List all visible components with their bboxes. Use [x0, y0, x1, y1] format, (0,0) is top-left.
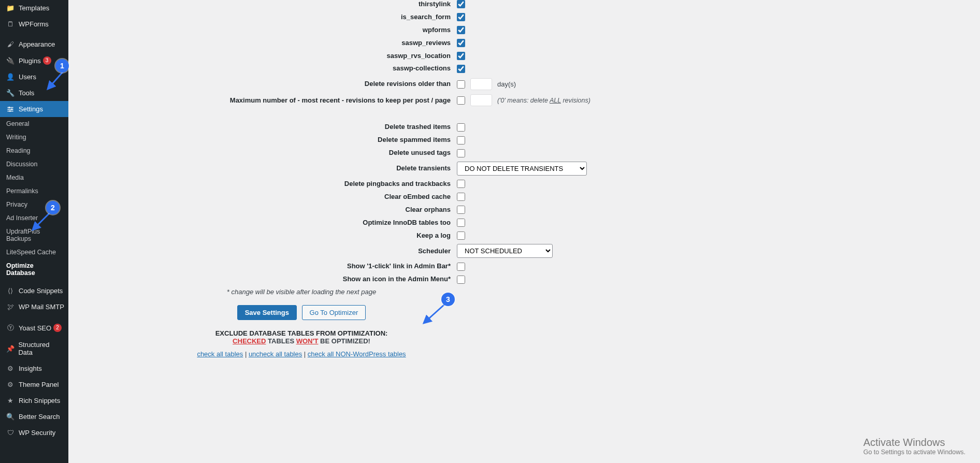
sidebar-item-insights[interactable]: ⚙ Insights: [0, 360, 68, 377]
sidebar-item-label: Structured Data: [18, 341, 64, 356]
scheduler-select[interactable]: NOT SCHEDULED: [457, 244, 553, 258]
delete-trashed-checkbox[interactable]: [457, 123, 465, 132]
posttype-checkbox-saswp-reviews[interactable]: [457, 39, 465, 47]
yoast-icon: Ⓨ: [5, 323, 16, 332]
posttype-checkbox-is-search-form[interactable]: [457, 13, 465, 21]
show-1click-checkbox[interactable]: [457, 263, 465, 271]
sidebar-item-label: WP Security: [19, 429, 55, 437]
svg-line-6: [48, 71, 63, 89]
sidebar-item-label: WPForms: [19, 20, 49, 28]
plug-icon: 🔌: [5, 57, 16, 65]
svg-point-4: [11, 108, 12, 110]
scheduler-label: Scheduler: [79, 247, 457, 256]
svg-rect-0: [7, 107, 13, 107]
sidebar-sub-reading[interactable]: Reading: [0, 144, 68, 157]
sidebar-sub-writing[interactable]: Writing: [0, 131, 68, 144]
sliders-icon: [5, 106, 16, 113]
sidebar-item-code-snippets[interactable]: ⟨⟩ Code Snippets: [0, 283, 68, 299]
change-note: * change will be visible after loading t…: [79, 288, 524, 296]
clear-oembed-label: Clear oEmbed cache: [79, 193, 457, 201]
sidebar-sub-litespeed[interactable]: LiteSpeed Cache: [0, 245, 68, 259]
clear-orphans-checkbox[interactable]: [457, 206, 465, 214]
windows-activation-watermark: Activate Windows Go to Settings to activ…: [863, 437, 965, 456]
max-revisions-label: Maximum number of - most recent - revisi…: [79, 96, 457, 105]
delete-transients-select[interactable]: DO NOT DELETE TRANSIENTS: [457, 162, 587, 176]
pin-icon: 📌: [5, 345, 15, 353]
yoast-badge: 2: [53, 324, 62, 332]
sidebar-item-templates[interactable]: 📁 Templates: [0, 0, 68, 16]
posttype-checkbox-thirstylink[interactable]: [457, 0, 465, 8]
delete-spammed-checkbox[interactable]: [457, 136, 465, 144]
days-unit-label: day(s): [497, 80, 516, 88]
delete-trashed-label: Delete trashed items: [79, 123, 457, 132]
sidebar-sub-general[interactable]: General: [0, 117, 68, 131]
watermark-title: Activate Windows: [863, 437, 965, 448]
sidebar-item-theme-panel[interactable]: ⚙ Theme Panel: [0, 377, 68, 393]
posttype-checkbox-saswp-rvs-location[interactable]: [457, 52, 465, 60]
plugins-badge: 3: [43, 56, 51, 65]
sidebar-item-wpforms[interactable]: 🗒 WPForms: [0, 16, 68, 32]
annotation-2: 2: [46, 201, 60, 214]
sidebar-item-label: Code Snippets: [19, 287, 63, 295]
delete-revisions-days-input[interactable]: [470, 78, 492, 90]
shield-icon: 🛡: [5, 429, 16, 437]
sidebar-item-label: Settings: [19, 105, 43, 113]
show-icon-label: Show an icon in the Admin Menu*: [79, 275, 457, 284]
sidebar-sub-optimize[interactable]: Optimize Database: [0, 259, 68, 280]
delete-unused-tags-checkbox[interactable]: [457, 149, 465, 157]
sidebar-item-settings[interactable]: Settings: [0, 101, 68, 117]
delete-spammed-label: Delete spammed items: [79, 136, 457, 144]
check-all-tables-link[interactable]: check all tables: [197, 350, 243, 358]
goto-optimizer-button[interactable]: Go To Optimizer: [302, 305, 366, 320]
sidebar-item-label: Theme Panel: [19, 381, 59, 388]
annotation-arrow-3: [421, 301, 448, 327]
exclude-heading: EXCLUDE DATABASE TABLES FROM OPTIMIZATIO…: [79, 329, 524, 337]
sidebar-sub-discussion[interactable]: Discussion: [0, 157, 68, 171]
posttype-label-thirstylink: thirstylink: [79, 0, 457, 9]
posttype-checkbox-saswp-collections[interactable]: [457, 65, 465, 73]
max-revisions-checkbox[interactable]: [457, 96, 465, 105]
sidebar-item-wp-security[interactable]: 🛡 WP Security: [0, 425, 68, 441]
posttype-label-is-search-form: is_search_form: [79, 13, 457, 22]
search-icon: 🔍: [5, 413, 16, 421]
delete-transients-label: Delete transients: [79, 164, 457, 173]
annotation-1: 1: [55, 59, 69, 73]
gear-icon: ⚙: [5, 365, 16, 372]
optimize-innodb-label: Optimize InnoDB tables too: [79, 219, 457, 227]
clear-orphans-label: Clear orphans: [79, 206, 457, 214]
max-revisions-input[interactable]: [470, 94, 492, 106]
check-nonwp-tables-link[interactable]: check all NON-WordPress tables: [308, 350, 406, 358]
sidebar-item-appearance[interactable]: 🖌 Appearance: [0, 36, 68, 52]
sidebar-item-label: Users: [19, 73, 36, 81]
posttype-label-saswp-collections: saswp-collections: [79, 64, 457, 73]
sidebar-item-rich-snippets[interactable]: ★ Rich Snippets: [0, 393, 68, 409]
sidebar-item-better-search[interactable]: 🔍 Better Search: [0, 409, 68, 425]
svg-line-7: [33, 212, 50, 230]
form-icon: 🗒: [5, 20, 16, 28]
clear-oembed-checkbox[interactable]: [457, 193, 465, 201]
keep-log-checkbox[interactable]: [457, 232, 465, 240]
sidebar-item-label: Yoast SEO: [19, 324, 51, 332]
sidebar-item-label: Appearance: [19, 40, 55, 48]
exclude-subheading: CHECKED TABLES WON'T BE OPTIMIZED!: [79, 337, 524, 345]
save-settings-button[interactable]: Save Settings: [237, 305, 297, 320]
gear-icon: ⚙: [5, 381, 16, 388]
sidebar-item-label: Plugins: [19, 57, 41, 65]
user-icon: 👤: [5, 73, 16, 81]
delete-pingbacks-checkbox[interactable]: [457, 180, 465, 188]
sidebar-item-structured[interactable]: 📌 Structured Data: [0, 337, 68, 360]
posttype-checkbox-wpforms[interactable]: [457, 26, 465, 34]
show-icon-checkbox[interactable]: [457, 276, 465, 284]
delete-revisions-checkbox[interactable]: [457, 80, 465, 89]
sidebar-sub-permalinks[interactable]: Permalinks: [0, 184, 68, 198]
brush-icon: 🖌: [5, 40, 16, 48]
uncheck-all-tables-link[interactable]: uncheck all tables: [249, 350, 302, 358]
sidebar-item-wp-mail[interactable]: 🕊 WP Mail SMTP: [0, 299, 68, 315]
optimize-innodb-checkbox[interactable]: [457, 219, 465, 227]
posttype-label-saswp-rvs-location: saswp_rvs_location: [79, 52, 457, 61]
posttype-label-saswp-reviews: saswp_reviews: [79, 39, 457, 48]
sidebar-item-yoast[interactable]: Ⓨ Yoast SEO 2: [0, 319, 68, 337]
wrench-icon: 🔧: [5, 89, 16, 97]
sidebar-sub-media[interactable]: Media: [0, 171, 68, 184]
sidebar-item-label: Tools: [19, 89, 34, 97]
